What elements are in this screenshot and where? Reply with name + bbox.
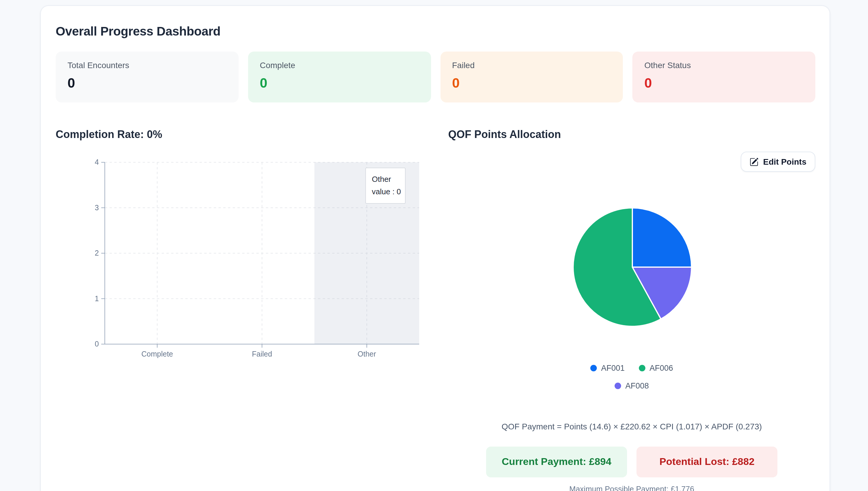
svg-text:0: 0 <box>95 340 99 348</box>
stat-value: 0 <box>67 75 227 91</box>
stat-label: Other Status <box>645 60 804 70</box>
legend-dot-af008 <box>615 383 621 389</box>
svg-text:Other: Other <box>358 350 376 358</box>
potential-lost-badge: Potential Lost: £882 <box>636 446 777 478</box>
legend-row: AF008 <box>615 381 649 390</box>
stat-value: 0 <box>260 75 419 91</box>
svg-text:4: 4 <box>95 158 99 166</box>
qof-column: QOF Points Allocation Edit Points <box>448 128 815 491</box>
current-payment-badge: Current Payment: £894 <box>486 446 627 478</box>
max-payment-text: Maximum Possible Payment: £1,776 <box>448 485 815 491</box>
legend-label: AF001 <box>601 364 625 373</box>
svg-text:Complete: Complete <box>142 350 173 358</box>
tooltip-value: value : 0 <box>372 185 399 198</box>
page-title: Overall Progress Dashboard <box>56 24 815 38</box>
qof-heading: QOF Points Allocation <box>448 128 815 141</box>
stat-label: Failed <box>452 60 611 70</box>
stat-card-total-encounters: Total Encounters 0 <box>56 52 239 103</box>
legend-item-af006: AF006 <box>639 364 673 373</box>
stat-card-other-status: Other Status 0 <box>633 52 816 103</box>
stat-value: 0 <box>645 75 804 91</box>
qof-body: Edit Points AF001 <box>448 147 815 491</box>
stat-value: 0 <box>452 75 611 91</box>
stat-card-failed: Failed 0 <box>440 52 623 103</box>
completion-bar-chart[interactable]: 01234CompleteFailedOther Other value : 0 <box>56 147 424 369</box>
edit-pencil-square-icon <box>750 157 758 166</box>
page: Overall Progress Dashboard Total Encount… <box>0 0 868 491</box>
legend-row: AF001 AF006 <box>590 364 673 373</box>
legend-label: AF008 <box>625 381 649 390</box>
svg-text:2: 2 <box>95 249 99 257</box>
stat-card-complete: Complete 0 <box>248 52 431 103</box>
payment-row: Current Payment: £894 Potential Lost: £8… <box>448 446 815 478</box>
dashboard-card: Overall Progress Dashboard Total Encount… <box>40 5 830 491</box>
svg-text:3: 3 <box>95 203 99 212</box>
legend-label: AF006 <box>650 364 673 373</box>
svg-text:1: 1 <box>95 294 99 302</box>
stat-label: Total Encounters <box>67 60 227 70</box>
edit-points-label: Edit Points <box>763 157 806 167</box>
stats-row: Total Encounters 0 Complete 0 Failed 0 O… <box>56 52 815 103</box>
tooltip-title: Other <box>372 173 399 185</box>
completion-heading: Completion Rate: 0% <box>56 128 424 141</box>
legend-item-af001: AF001 <box>590 364 625 373</box>
pie-legend: AF001 AF006 AF008 <box>448 364 815 390</box>
chart-tooltip: Other value : 0 <box>365 168 406 204</box>
qof-formula-text: QOF Payment = Points (14.6) × £220.62 × … <box>448 422 815 431</box>
stat-label: Complete <box>260 60 419 70</box>
qof-pie-chart[interactable] <box>570 204 695 330</box>
completion-column: Completion Rate: 0% 01234CompleteFailedO… <box>56 128 424 491</box>
edit-points-button[interactable]: Edit Points <box>741 152 815 172</box>
charts-section: Completion Rate: 0% 01234CompleteFailedO… <box>56 128 815 491</box>
legend-dot-af006 <box>639 365 646 371</box>
legend-dot-af001 <box>590 365 597 371</box>
legend-item-af008: AF008 <box>615 381 649 390</box>
svg-text:Failed: Failed <box>252 350 272 358</box>
